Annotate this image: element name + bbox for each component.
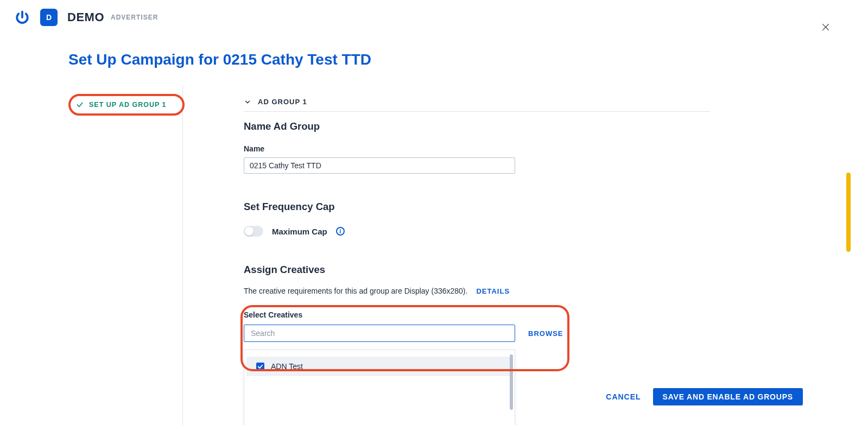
check-icon bbox=[76, 101, 84, 109]
page-title: Set Up Campaign for 0215 Cathy Test TTD bbox=[68, 51, 868, 68]
cancel-button[interactable]: CANCEL bbox=[606, 392, 641, 401]
details-link[interactable]: DETAILS bbox=[476, 287, 510, 295]
creatives-dropdown: ADN Test bbox=[244, 350, 515, 425]
section-header-label: AD GROUP 1 bbox=[258, 98, 307, 106]
side-indicator bbox=[846, 173, 851, 252]
maximum-cap-toggle[interactable] bbox=[244, 226, 263, 237]
assign-creatives-heading: Assign Creatives bbox=[244, 264, 710, 276]
frequency-cap-heading: Set Frequency Cap bbox=[244, 201, 710, 213]
chevron-down-icon bbox=[244, 98, 251, 106]
browse-link[interactable]: BROWSE bbox=[528, 329, 563, 338]
advertiser-name: DEMO bbox=[67, 10, 104, 24]
creatives-dropdown-item[interactable]: ADN Test bbox=[246, 357, 512, 376]
ad-group-name-input[interactable] bbox=[244, 157, 515, 174]
creatives-search-input[interactable] bbox=[244, 325, 515, 342]
brand-logo-icon bbox=[14, 9, 30, 26]
name-label: Name bbox=[244, 144, 710, 153]
sidebar-step-label: SET UP AD GROUP 1 bbox=[89, 101, 167, 109]
scrollbar[interactable] bbox=[510, 354, 513, 410]
maximum-cap-label: Maximum Cap bbox=[272, 227, 327, 236]
advertiser-badge: D bbox=[40, 9, 58, 26]
creatives-helper-text: The creative requirements for this ad gr… bbox=[244, 287, 467, 295]
sidebar-step-set-up-ad-group[interactable]: SET UP AD GROUP 1 bbox=[68, 98, 185, 112]
close-button[interactable] bbox=[820, 22, 831, 35]
advertiser-role-label: ADVERTISER bbox=[111, 14, 158, 21]
info-icon[interactable]: i bbox=[336, 227, 345, 236]
select-creatives-label: Select Creatives bbox=[244, 310, 710, 319]
section-header-ad-group[interactable]: AD GROUP 1 bbox=[244, 98, 710, 112]
creatives-dropdown-item-label: ADN Test bbox=[271, 362, 303, 371]
checkbox-checked-icon[interactable] bbox=[256, 363, 264, 371]
save-enable-button[interactable]: SAVE AND ENABLE AD GROUPS bbox=[653, 388, 803, 405]
name-ad-group-heading: Name Ad Group bbox=[244, 120, 710, 132]
